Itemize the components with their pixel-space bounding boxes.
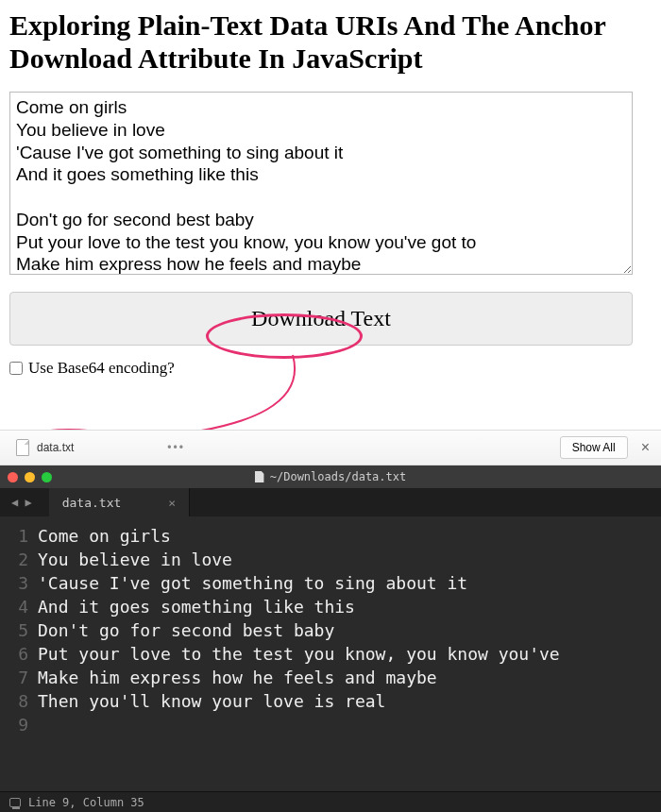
download-button[interactable]: Download Text bbox=[9, 292, 633, 346]
page-title: Exploring Plain-Text Data URIs And The A… bbox=[9, 9, 652, 75]
status-icon bbox=[9, 798, 21, 807]
line-gutter: 123456789 bbox=[0, 524, 38, 736]
file-icon bbox=[255, 471, 264, 482]
tab-close-icon[interactable]: × bbox=[168, 496, 176, 510]
show-all-button[interactable]: Show All bbox=[560, 436, 628, 459]
nav-arrows[interactable]: ◀ ▶ bbox=[11, 496, 32, 509]
tab-label: data.txt bbox=[62, 496, 122, 510]
download-menu-icon[interactable]: ••• bbox=[167, 441, 185, 454]
text-editor-window: ~/Downloads/data.txt ◀ ▶ data.txt × 1234… bbox=[0, 465, 661, 812]
editor-status-bar: Line 9, Column 35 bbox=[0, 791, 661, 812]
window-close-icon[interactable] bbox=[8, 472, 18, 482]
editor-body[interactable]: 123456789 Come on girlsYou believe in lo… bbox=[0, 516, 661, 736]
window-controls bbox=[8, 472, 52, 482]
code-area[interactable]: Come on girlsYou believe in love'Cause I… bbox=[38, 524, 661, 736]
base64-checkbox[interactable] bbox=[9, 362, 23, 375]
browser-download-bar: data.txt ••• Show All × bbox=[0, 430, 661, 465]
cursor-position: Line 9, Column 35 bbox=[28, 796, 144, 809]
base64-label: Use Base64 encoding? bbox=[28, 359, 175, 378]
base64-checkbox-row[interactable]: Use Base64 encoding? bbox=[9, 359, 652, 378]
titlebar-path: ~/Downloads/data.txt bbox=[255, 470, 407, 483]
window-minimize-icon[interactable] bbox=[25, 472, 35, 482]
editor-tab[interactable]: data.txt × bbox=[49, 488, 190, 516]
window-zoom-icon[interactable] bbox=[42, 472, 52, 482]
editor-titlebar: ~/Downloads/data.txt bbox=[0, 465, 661, 488]
text-input[interactable] bbox=[9, 92, 633, 275]
download-item[interactable]: data.txt bbox=[8, 435, 82, 460]
titlebar-path-text: ~/Downloads/data.txt bbox=[270, 470, 407, 483]
close-download-bar-icon[interactable]: × bbox=[637, 439, 653, 456]
file-icon bbox=[16, 439, 29, 456]
download-filename: data.txt bbox=[37, 441, 74, 454]
editor-tab-bar: ◀ ▶ data.txt × bbox=[0, 488, 661, 516]
